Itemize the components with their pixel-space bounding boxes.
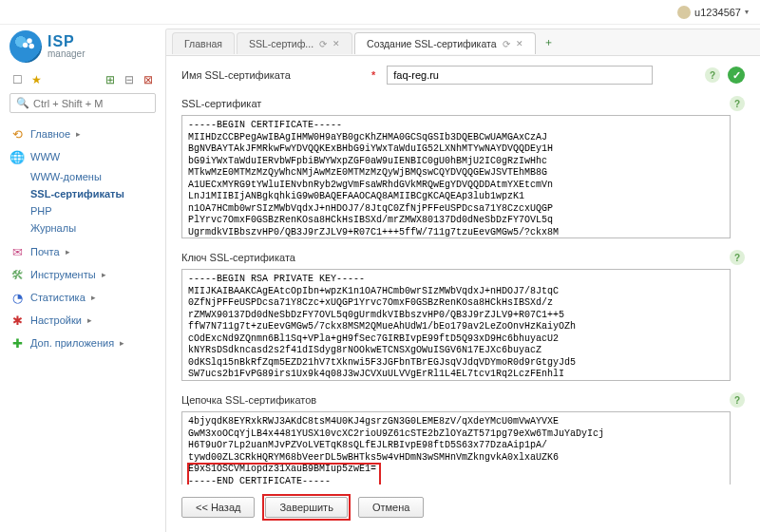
file-icon[interactable]: ☐ bbox=[10, 72, 25, 87]
tools-icon: 🛠 bbox=[10, 267, 25, 282]
reload-icon[interactable]: ⟳ bbox=[503, 39, 510, 49]
add-tab-icon[interactable]: ＋ bbox=[543, 35, 554, 49]
ssl-cert-textarea[interactable] bbox=[181, 115, 731, 238]
ssl-chain-textarea[interactable] bbox=[181, 411, 731, 484]
nav-tools[interactable]: 🛠 Инструменты ▸ bbox=[10, 263, 156, 286]
avatar bbox=[677, 6, 691, 19]
nav-ssl-certificates[interactable]: SSL-сертификаты bbox=[30, 185, 156, 202]
mail-icon: ✉ bbox=[10, 244, 25, 259]
search-input[interactable] bbox=[33, 98, 149, 109]
star-icon[interactable]: ★ bbox=[28, 72, 44, 87]
chevron-right-icon: ▸ bbox=[66, 247, 70, 256]
annotation-highlight: Завершить bbox=[262, 494, 350, 521]
user-name: u1234567 bbox=[694, 7, 741, 18]
validate-ok-icon: ✓ bbox=[728, 66, 745, 84]
cancel-button[interactable]: Отмена bbox=[358, 497, 424, 518]
close-all-icon[interactable]: ⊠ bbox=[141, 72, 156, 87]
help-icon[interactable]: ? bbox=[730, 392, 745, 408]
finish-button[interactable]: Завершить bbox=[265, 497, 347, 518]
nav-logs[interactable]: Журналы bbox=[30, 219, 156, 237]
help-icon[interactable]: ? bbox=[730, 250, 745, 265]
help-icon[interactable]: ? bbox=[705, 67, 720, 83]
nav-mail[interactable]: ✉ Почта ▸ bbox=[10, 240, 156, 263]
help-icon[interactable]: ? bbox=[730, 96, 745, 111]
nav-stats[interactable]: ◔ Статистика ▸ bbox=[10, 286, 156, 309]
cert-name-input[interactable] bbox=[387, 66, 653, 85]
nav-main[interactable]: ⟲ Главное ▸ bbox=[10, 123, 156, 145]
plus-app-icon: ✚ bbox=[10, 335, 25, 351]
chevron-right-icon: ▸ bbox=[102, 270, 106, 279]
reload-icon[interactable]: ⟳ bbox=[319, 39, 327, 49]
logo[interactable]: ISP manager bbox=[10, 30, 156, 63]
expand-icon[interactable]: ⊞ bbox=[103, 72, 118, 87]
search-box[interactable]: 🔍 bbox=[10, 93, 156, 113]
label-ssl-chain: Цепочка SSL-сертификатов bbox=[181, 394, 316, 406]
stats-icon: ◔ bbox=[10, 290, 25, 305]
user-menu[interactable]: u1234567 ▾ bbox=[677, 6, 749, 19]
nav-www[interactable]: 🌐 WWW bbox=[10, 145, 156, 168]
label-ssl-key: Ключ SSL-сертификата bbox=[181, 252, 295, 263]
chevron-right-icon: ▸ bbox=[76, 129, 81, 139]
chevron-right-icon: ▸ bbox=[87, 315, 92, 325]
logo-isp: ISP bbox=[48, 34, 85, 49]
label-ssl-cert: SSL-сертификат bbox=[181, 98, 261, 109]
tab-home[interactable]: Главная bbox=[172, 32, 235, 54]
caret-down-icon: ▾ bbox=[745, 8, 749, 16]
close-icon[interactable]: ✕ bbox=[516, 39, 523, 48]
chevron-right-icon: ▸ bbox=[91, 293, 96, 302]
nav-settings[interactable]: ✱ Настройки ▸ bbox=[10, 309, 156, 332]
logo-manager: manager bbox=[48, 49, 85, 59]
nav-www-domains[interactable]: WWW-домены bbox=[30, 168, 156, 185]
gear-icon: ✱ bbox=[10, 313, 25, 328]
close-icon[interactable]: ✕ bbox=[332, 39, 340, 48]
home-icon: ⟲ bbox=[10, 126, 25, 142]
globe-icon: 🌐 bbox=[10, 149, 25, 164]
back-button[interactable]: << Назад bbox=[181, 497, 255, 518]
required-mark: * bbox=[371, 69, 375, 81]
nav-addons[interactable]: ✚ Доп. приложения ▸ bbox=[10, 332, 156, 354]
label-cert-name: Имя SSL-сертификата bbox=[181, 69, 371, 81]
tab-create-ssl[interactable]: Создание SSL-сертификата ⟳ ✕ bbox=[354, 32, 535, 54]
tab-ssl[interactable]: SSL-сертиф... ⟳ ✕ bbox=[237, 32, 352, 54]
search-icon: 🔍 bbox=[16, 97, 29, 109]
logo-mark bbox=[10, 30, 42, 63]
ssl-key-textarea[interactable] bbox=[181, 269, 731, 381]
chevron-right-icon: ▸ bbox=[120, 338, 124, 348]
nav-php[interactable]: PHP bbox=[30, 202, 156, 219]
collapse-icon[interactable]: ⊟ bbox=[122, 72, 137, 87]
